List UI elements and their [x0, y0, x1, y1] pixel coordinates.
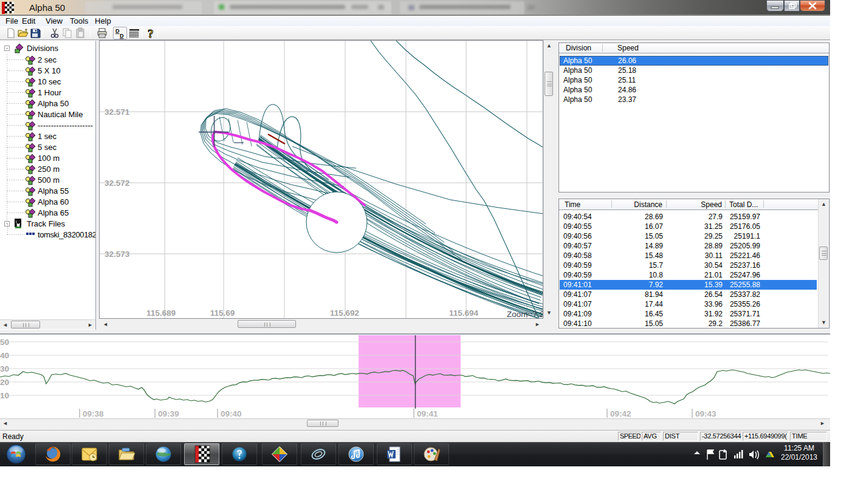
svg-text:09:38: 09:38	[83, 409, 104, 418]
svg-text:50: 50	[0, 338, 9, 347]
svg-text:10: 10	[0, 391, 9, 400]
svg-text:?: ?	[148, 27, 154, 39]
svg-text:09:43: 09:43	[695, 409, 716, 418]
svg-text:09:40: 09:40	[221, 409, 242, 418]
svg-text:115.694: 115.694	[449, 308, 479, 318]
svg-text:09:39: 09:39	[158, 409, 179, 418]
svg-text:20: 20	[0, 378, 9, 387]
svg-text:115.689: 115.689	[146, 308, 176, 318]
svg-text:D: D	[115, 28, 120, 34]
svg-text:115.69: 115.69	[210, 308, 235, 318]
svg-text:40: 40	[0, 351, 9, 360]
svg-text:115.692: 115.692	[330, 308, 359, 318]
svg-text:09:41: 09:41	[417, 409, 438, 418]
svg-text:32.572: 32.572	[105, 179, 129, 188]
svg-text:Zoom=7.2: Zoom=7.2	[507, 310, 543, 318]
svg-text:32.571: 32.571	[105, 107, 130, 117]
svg-text:09:42: 09:42	[610, 409, 631, 418]
svg-text:30: 30	[0, 364, 9, 373]
svg-text:D: D	[120, 33, 124, 39]
svg-text:32.573: 32.573	[105, 250, 130, 259]
